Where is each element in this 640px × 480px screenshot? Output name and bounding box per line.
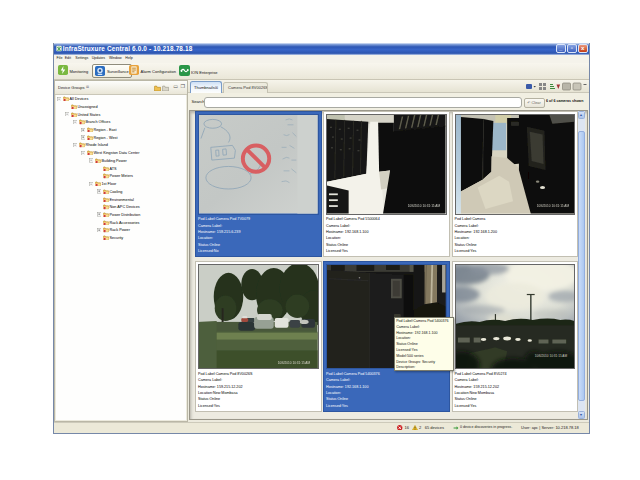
svg-text:10/6/2010 10:31:15 AM: 10/6/2010 10:31:15 AM [534,354,567,358]
svg-text:10/6/2010 10:31:15 AM: 10/6/2010 10:31:15 AM [278,361,311,365]
svg-text:10/6/2010 10:31:15 AM: 10/6/2010 10:31:15 AM [536,204,569,208]
svg-text:10/6/2010 10:31:15 AM: 10/6/2010 10:31:15 AM [408,204,441,208]
